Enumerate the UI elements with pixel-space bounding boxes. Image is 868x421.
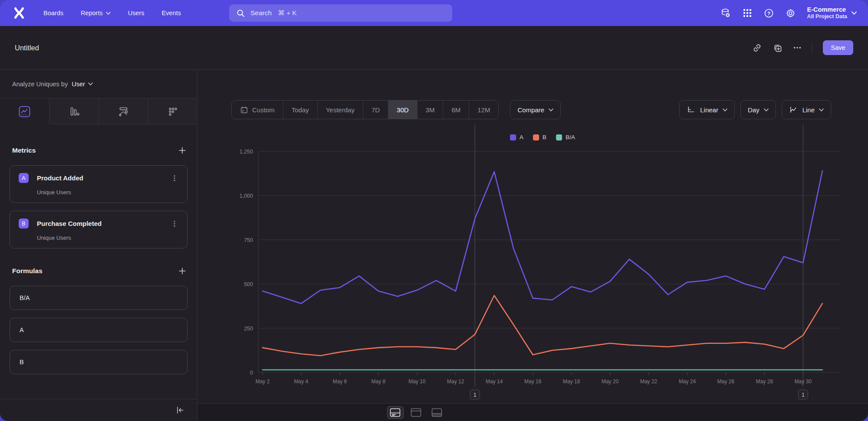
legend-item-a[interactable]: A xyxy=(510,134,523,140)
formula-card[interactable]: B xyxy=(10,350,187,374)
duplicate-icon[interactable] xyxy=(773,43,783,53)
copy-link-icon[interactable] xyxy=(752,43,762,53)
chevron-down-icon xyxy=(852,11,857,15)
view-toggle-split-view[interactable] xyxy=(408,406,424,419)
nav-right: ? E-Commerce All Project Data xyxy=(720,0,857,26)
x-axis-label: May 6 xyxy=(333,379,347,385)
tab-flows-tab[interactable] xyxy=(99,98,148,124)
chevron-down-icon xyxy=(106,12,111,15)
funnels-bar-chart-tab-icon xyxy=(68,106,79,117)
split-view-icon xyxy=(411,408,421,417)
metric-card[interactable]: AProduct AddedUnique Users xyxy=(10,165,187,203)
x-axis-label: May 16 xyxy=(524,379,542,385)
metric-letter-badge: B xyxy=(19,219,29,228)
insights-line-chart-tab-icon xyxy=(19,106,30,117)
chart-panel: CustomTodayYesterday7D30D3M6M12M Compare… xyxy=(197,70,868,421)
x-axis-label: May 4 xyxy=(294,379,309,385)
view-toggle-table-only[interactable] xyxy=(429,406,445,419)
legend-swatch xyxy=(533,134,539,140)
series-a[interactable] xyxy=(263,171,822,304)
analyze-label: Analyze Uniques by xyxy=(12,81,68,88)
y-axis-label: 0 xyxy=(250,370,253,376)
nav-link-reports[interactable]: Reports xyxy=(81,10,111,16)
chart-legend: ABB/A xyxy=(510,134,575,140)
add-metric-button[interactable] xyxy=(178,146,187,155)
mixpanel-logo-icon[interactable] xyxy=(12,6,26,20)
line-chart-icon xyxy=(789,105,798,114)
x-axis-label: May 22 xyxy=(640,379,658,385)
interval-dropdown[interactable]: Day xyxy=(740,100,776,119)
kebab-menu-icon[interactable] xyxy=(171,220,178,228)
chart-and-table-icon xyxy=(390,408,401,417)
nav-link-events[interactable]: Events xyxy=(162,10,181,16)
search-shortcut: ⌘ + K xyxy=(278,9,297,17)
sidebar-footer xyxy=(0,399,197,421)
chevron-down-icon xyxy=(764,108,769,111)
legend-swatch xyxy=(556,134,562,140)
metric-card[interactable]: BPurchase CompletedUnique Users xyxy=(10,211,187,248)
x-axis-label: May 2 xyxy=(256,379,270,385)
metrics-section-title: Metrics xyxy=(12,147,36,154)
chart-type-dropdown[interactable]: Line xyxy=(782,100,831,119)
range-custom[interactable]: Custom xyxy=(232,101,283,119)
annotation-badge-label: 1 xyxy=(802,392,805,398)
data-management-icon[interactable] xyxy=(720,8,731,18)
view-toggle-bar xyxy=(197,403,868,421)
nav-link-users[interactable]: Users xyxy=(128,10,145,16)
project-scope: All Project Data xyxy=(807,13,847,20)
x-axis-label: May 14 xyxy=(486,379,503,385)
line-chart: ABB/A 02505007501,0001,250May 2May 4May … xyxy=(197,121,868,403)
report-title[interactable]: Untitled xyxy=(15,44,39,52)
series-b[interactable] xyxy=(263,296,822,356)
date-range-control: CustomTodayYesterday7D30D3M6M12M xyxy=(231,100,499,119)
analyze-row: Analyze Uniques by User xyxy=(0,70,197,98)
search-icon xyxy=(236,9,245,18)
y-axis-label: 250 xyxy=(244,326,253,332)
range-30d[interactable]: 30D xyxy=(388,101,417,119)
flows-tab-icon xyxy=(118,106,129,117)
search-input[interactable]: Search ⌘ + K xyxy=(229,4,452,22)
range-today[interactable]: Today xyxy=(283,101,317,119)
nav-link-boards[interactable]: Boards xyxy=(43,10,63,16)
compare-dropdown[interactable]: Compare xyxy=(510,100,561,119)
tab-insights-line-chart-tab[interactable] xyxy=(0,98,49,124)
range-yesterday[interactable]: Yesterday xyxy=(317,101,363,119)
collapse-sidebar-button[interactable] xyxy=(175,405,185,415)
tab-retention-tab[interactable] xyxy=(148,98,197,124)
view-toggle-chart-and-table[interactable] xyxy=(387,406,404,419)
range-3m[interactable]: 3M xyxy=(417,101,443,119)
save-button[interactable]: Save xyxy=(823,40,853,55)
formula-card[interactable]: A xyxy=(10,318,187,342)
add-formula-button[interactable] xyxy=(178,267,187,275)
y-axis-label: 1,250 xyxy=(240,149,253,155)
query-sidebar: Analyze Uniques by User Metrics AProduct… xyxy=(0,70,197,421)
axis-scale-dropdown[interactable]: Linear xyxy=(679,100,735,119)
apps-grid-icon[interactable] xyxy=(743,8,752,18)
x-axis-label: May 30 xyxy=(795,379,812,385)
range-6m[interactable]: 6M xyxy=(443,101,469,119)
chart-toolbar: CustomTodayYesterday7D30D3M6M12M Compare… xyxy=(197,100,868,119)
help-icon[interactable]: ? xyxy=(764,8,774,18)
more-options-icon[interactable] xyxy=(793,43,802,52)
x-axis-label: May 12 xyxy=(447,379,464,385)
range-12m[interactable]: 12M xyxy=(469,101,498,119)
divider xyxy=(812,42,812,53)
metric-letter-badge: A xyxy=(19,173,29,183)
range-7d[interactable]: 7D xyxy=(363,101,388,119)
kebab-menu-icon[interactable] xyxy=(171,174,178,182)
project-name: E-Commerce xyxy=(807,6,847,13)
metric-aggregation[interactable]: Unique Users xyxy=(37,189,178,196)
chart-canvas[interactable]: 02505007501,0001,250May 2May 4May 6May 8… xyxy=(197,121,868,403)
y-axis-label: 750 xyxy=(244,237,253,243)
metric-aggregation[interactable]: Unique Users xyxy=(37,235,178,241)
legend-item-b-a[interactable]: B/A xyxy=(556,134,575,140)
tab-funnels-bar-chart-tab[interactable] xyxy=(49,98,99,124)
metric-name: Product Added xyxy=(37,174,83,182)
project-switcher[interactable]: E-Commerce All Project Data xyxy=(807,6,857,20)
top-nav: BoardsReportsUsersEvents Search ⌘ + K xyxy=(0,0,868,26)
svg-text:?: ? xyxy=(767,10,770,16)
formula-card[interactable]: B/A xyxy=(10,286,187,310)
settings-gear-icon[interactable] xyxy=(786,8,796,18)
legend-item-b[interactable]: B xyxy=(533,134,546,140)
analyze-by-dropdown[interactable]: User xyxy=(72,81,93,88)
